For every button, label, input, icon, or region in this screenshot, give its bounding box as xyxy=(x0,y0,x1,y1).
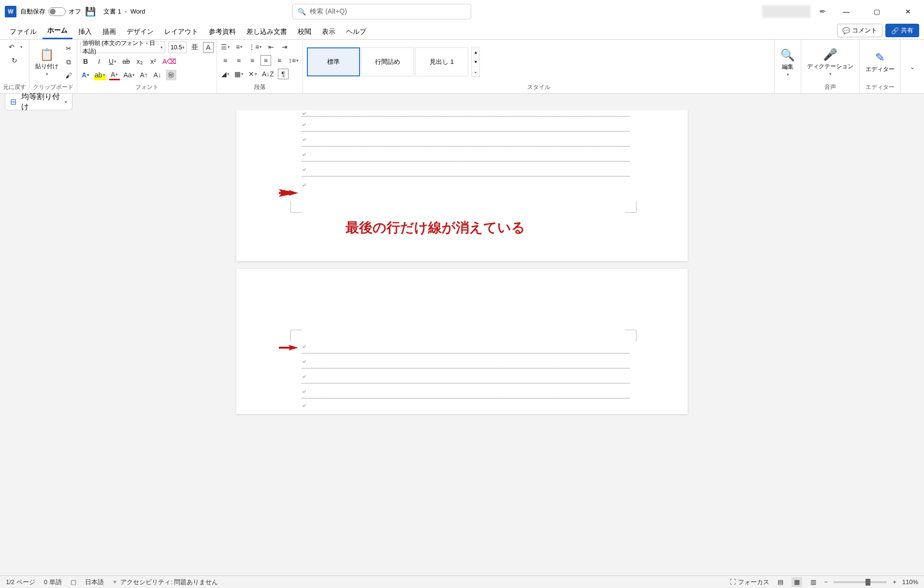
edit-button[interactable]: 🔍 編集 ▾ xyxy=(778,46,798,79)
multilevel-button[interactable]: ⋮≡▾ xyxy=(247,42,263,52)
zoom-level[interactable]: 110% xyxy=(902,578,918,586)
tab-view[interactable]: 表示 xyxy=(317,25,340,39)
chevron-down-icon[interactable]: ▾ xyxy=(829,72,832,76)
accessibility-indicator[interactable]: ᯤ アクセシビリティ: 問題ありません xyxy=(113,578,218,587)
chevron-down-icon[interactable]: ▾ xyxy=(787,72,789,77)
numbering-button[interactable]: ≡▾ xyxy=(234,42,245,52)
toggle-icon[interactable] xyxy=(48,7,66,16)
shading-button[interactable]: ◢▾ xyxy=(220,69,231,79)
spellcheck-icon[interactable]: ▢ xyxy=(71,578,76,586)
align-right-button[interactable]: ≡ xyxy=(247,55,258,66)
asian-layout-button[interactable]: ✕▾ xyxy=(247,69,258,79)
zoom-slider[interactable] xyxy=(834,581,887,583)
dictate-button[interactable]: 🎤 ディクテーション ▾ xyxy=(804,46,856,78)
align-left-button[interactable]: ≡ xyxy=(220,55,231,66)
read-mode-button[interactable]: ▤ xyxy=(775,577,786,587)
bold-button[interactable]: B xyxy=(80,56,91,67)
editor-button[interactable]: ✎ エディター xyxy=(863,49,897,75)
focus-icon: ⛶ xyxy=(730,578,736,586)
chevron-down-icon[interactable]: ▾ xyxy=(65,100,67,104)
paragraph-mark-icon: ⤶ xyxy=(302,110,306,117)
zoom-out-button[interactable]: − xyxy=(824,578,828,586)
scroll-up-icon[interactable]: ▴ xyxy=(472,47,479,57)
subscript-button[interactable]: x₂ xyxy=(134,56,145,67)
sort-button[interactable]: A↓Z xyxy=(261,69,275,79)
tab-review[interactable]: 校閲 xyxy=(293,25,316,39)
copy-button[interactable]: ⧉ xyxy=(63,57,74,67)
language-indicator[interactable]: 日本語 xyxy=(85,578,104,587)
page-1[interactable]: ⤶ ⤶ ⤶ ⤶ ⤶ ⤶ 最後の行だけ線が消えている xyxy=(236,110,688,261)
change-case-button[interactable]: Aa▾ xyxy=(123,70,136,80)
save-icon[interactable]: 💾 xyxy=(85,6,96,17)
chevron-down-icon[interactable]: ▾ xyxy=(20,44,23,49)
minimize-button[interactable]: ― xyxy=(835,4,857,19)
strikethrough-button[interactable]: ab xyxy=(121,56,131,67)
tab-insert[interactable]: 挿入 xyxy=(73,25,97,39)
style-heading1[interactable]: 見出し 1 xyxy=(415,47,468,76)
distribute-label[interactable]: 均等割り付け xyxy=(21,92,60,112)
highlight-button[interactable]: ab▾ xyxy=(94,70,106,80)
distributed-button[interactable]: ≡ xyxy=(274,55,285,66)
pen-icon[interactable]: ✒ xyxy=(819,6,826,17)
tab-mailings[interactable]: 差し込み文書 xyxy=(242,25,292,39)
clear-format-button[interactable]: A⌫ xyxy=(161,56,177,67)
maximize-button[interactable]: ▢ xyxy=(866,4,888,19)
paste-button[interactable]: 📋 貼り付け ▾ xyxy=(32,46,61,78)
tab-references[interactable]: 参考資料 xyxy=(204,25,241,39)
svg-rect-2 xyxy=(279,192,291,194)
italic-button[interactable]: I xyxy=(94,56,104,67)
decrease-indent-button[interactable]: ⇤ xyxy=(266,42,276,52)
font-name-select[interactable]: 游明朝 (本文のフォント - 日本語)▾ xyxy=(80,42,165,53)
tab-design[interactable]: デザイン xyxy=(122,25,159,39)
format-painter-button[interactable]: 🖌 xyxy=(63,70,74,81)
chevron-down-icon[interactable]: ▾ xyxy=(46,72,48,76)
bullets-button[interactable]: ☰▾ xyxy=(220,42,231,52)
redo-button[interactable]: ↻ xyxy=(9,55,20,66)
comments-button[interactable]: 💬 コメント xyxy=(837,24,882,37)
style-nospacing[interactable]: 行間詰め xyxy=(361,47,414,76)
show-marks-button[interactable]: ¶ xyxy=(278,69,289,79)
ribbon-collapse-button[interactable]: ⌄ xyxy=(901,63,924,71)
justify-button[interactable]: ≡ xyxy=(260,55,271,66)
line-spacing-button[interactable]: ↕≡▾ xyxy=(288,55,300,66)
autosave-toggle[interactable]: 自動保存 オフ xyxy=(20,7,81,16)
styles-more-icon[interactable]: ⌄ xyxy=(472,67,479,76)
focus-mode-button[interactable]: ⛶ フォーカス xyxy=(730,578,769,587)
editor-icon: ✎ xyxy=(875,51,885,64)
page-2[interactable]: ⤶ ⤶ ⤶ ⤶ ⤶ xyxy=(236,269,688,414)
style-normal[interactable]: 標準 xyxy=(307,47,360,76)
align-center-button[interactable]: ≡ xyxy=(233,55,244,66)
superscript-button[interactable]: x² xyxy=(148,56,159,67)
tab-help[interactable]: ヘルプ xyxy=(341,25,371,39)
margin-corner-icon xyxy=(290,330,302,341)
styles-scroll[interactable]: ▴ ▾ ⌄ xyxy=(471,47,480,77)
tab-layout[interactable]: レイアウト xyxy=(159,25,203,39)
scroll-down-icon[interactable]: ▾ xyxy=(472,57,479,67)
tab-home[interactable]: ホーム xyxy=(43,23,72,39)
page-indicator[interactable]: 1/2 ページ xyxy=(6,578,35,587)
phonetic-guide-button[interactable]: 亜 xyxy=(189,42,200,53)
increase-indent-button[interactable]: ⇥ xyxy=(279,42,290,52)
text-effects-button[interactable]: A▾ xyxy=(80,70,91,80)
font-size-select[interactable]: 10.5▾ xyxy=(168,42,187,53)
document-area[interactable]: ⤶ ⤶ ⤶ ⤶ ⤶ ⤶ 最後の行だけ線が消えている ⤶ ⤶ ⤶ ⤶ ⤶ xyxy=(0,110,924,575)
cut-button[interactable]: ✂ xyxy=(63,43,74,54)
close-button[interactable]: ✕ xyxy=(897,4,919,19)
user-account[interactable] xyxy=(762,5,810,18)
underline-button[interactable]: U▾ xyxy=(107,56,118,67)
word-count[interactable]: 0 単語 xyxy=(44,578,62,587)
borders-button[interactable]: ▦▾ xyxy=(233,69,245,79)
share-button[interactable]: 🔗 共有 xyxy=(885,24,919,37)
font-color-button[interactable]: A▾ xyxy=(109,70,120,80)
undo-button[interactable]: ↶ xyxy=(6,42,17,52)
search-input[interactable]: 🔍 検索 (Alt+Q) xyxy=(292,4,471,19)
zoom-in-button[interactable]: + xyxy=(893,578,896,586)
tab-file[interactable]: ファイル xyxy=(5,25,42,39)
tab-draw[interactable]: 描画 xyxy=(98,25,121,39)
web-layout-button[interactable]: ▥ xyxy=(808,577,819,587)
shrink-font-button[interactable]: A↓ xyxy=(152,70,163,80)
print-layout-button[interactable]: ▦ xyxy=(792,577,802,587)
char-border-button[interactable]: A xyxy=(203,42,214,53)
enclose-char-button[interactable]: ㊙ xyxy=(166,70,176,80)
grow-font-button[interactable]: A↑ xyxy=(139,70,149,80)
